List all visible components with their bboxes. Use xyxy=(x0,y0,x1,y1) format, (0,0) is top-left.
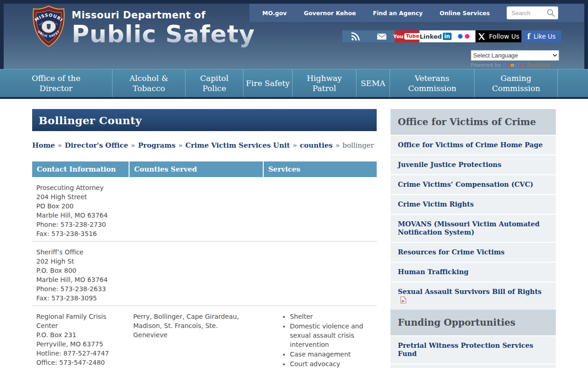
site-header: MISSOURI DEPARTMENT OF PUBLIC SAFETY Mis… xyxy=(0,0,588,99)
services-cell xyxy=(263,177,377,242)
column-header-services: Services xyxy=(263,161,377,177)
nav-item-gaming-commission[interactable]: Gaming Commission xyxy=(475,69,558,97)
x-follow-link[interactable]: Follow Us xyxy=(475,30,521,42)
site-logo[interactable]: Missouri Department of Public Safety xyxy=(72,10,255,47)
nav-item-label: SEMA xyxy=(361,78,385,88)
contact-cell: Prosecuting Attorney 204 High Street PO … xyxy=(32,177,129,242)
service-item: Court advocacy xyxy=(290,359,372,368)
flickr-icon xyxy=(458,34,463,39)
nav-item-alcohol-tobacco[interactable]: Alcohol & Tobacco xyxy=(113,69,186,97)
breadcrumb-link-home[interactable]: Home xyxy=(32,141,55,150)
sidebar-item-juvenile-justice-protections[interactable]: Juvenile Justice Protections xyxy=(390,155,556,174)
x-follow-label: Follow Us xyxy=(489,33,520,40)
service-item: Domestic violence and sexual assault cri… xyxy=(290,322,372,349)
contact-line: Regional Family Crisis Center xyxy=(36,312,124,330)
contact-line: PO Box 200 xyxy=(36,201,124,211)
logo-site-name: Public Safety xyxy=(72,21,255,47)
breadcrumb: Home»Director's Office»Programs»Crime Vi… xyxy=(32,141,377,150)
table-row: Sheriff’s Office 202 High St P.O. Box 80… xyxy=(32,242,377,306)
flickr-link[interactable] xyxy=(452,30,475,42)
breadcrumb-separator: » xyxy=(293,141,297,150)
facebook-like-link[interactable]: f Like Us xyxy=(521,30,561,42)
nav-item-capitol-police[interactable]: Capitol Police xyxy=(186,69,243,97)
table-row: Regional Family Crisis Center P.O. Box 2… xyxy=(32,306,377,368)
flickr-icon-pink xyxy=(465,34,469,39)
service-item: Shelter xyxy=(290,312,372,321)
breadcrumb-separator: » xyxy=(58,141,62,150)
sidebar-item-pretrial-witness-protection-fund[interactable]: Pretrial Witness Protection Services Fun… xyxy=(390,336,556,363)
breadcrumb-link-directors-office[interactable]: Director's Office xyxy=(65,141,128,150)
nav-filler xyxy=(558,69,588,97)
counties-cell: Perry, Bollinger, Cape Girardeau, Madiso… xyxy=(129,306,263,368)
sidebar-item-movans[interactable]: MOVANS (Missouri Victim Automated Notifi… xyxy=(390,215,556,242)
sidebar-item-human-trafficking[interactable]: Human Trafficking xyxy=(390,263,556,282)
header-banner: MISSOURI DEPARTMENT OF PUBLIC SAFETY Mis… xyxy=(4,4,584,69)
contact-line: 202 High St xyxy=(36,257,124,266)
nav-item-sema[interactable]: SEMA xyxy=(356,69,390,97)
table-row: Prosecuting Attorney 204 High Street PO … xyxy=(32,177,377,242)
quicklink-online-services[interactable]: Online Services xyxy=(440,10,490,17)
sidebar-item-ovc-home-page[interactable]: Office for Victims of Crime Home Page xyxy=(390,136,556,155)
dps-badge-logo[interactable]: MISSOURI DEPARTMENT OF PUBLIC SAFETY xyxy=(30,5,67,47)
quicklink-governor[interactable]: Governor Kehoe xyxy=(304,10,356,17)
table-header-row: Contact Information Counties Served Serv… xyxy=(32,161,377,177)
column-header-contact-information: Contact Information xyxy=(32,161,129,177)
contact-cell: Sheriff’s Office 202 High St P.O. Box 80… xyxy=(32,242,129,306)
breadcrumb-current: bollinger xyxy=(343,141,374,150)
facebook-like-label: Like Us xyxy=(533,33,555,40)
rss-link[interactable] xyxy=(342,30,368,42)
services-cell: Shelter Domestic violence and sexual ass… xyxy=(263,306,377,368)
youtube-wordmark: You xyxy=(393,34,403,40)
google-translate-credit: Powered by Google Translate xyxy=(471,62,559,68)
social-links: You Tube Linked in Follow Us f Like Us xyxy=(342,30,561,42)
breadcrumb-link-crime-victim-services-unit[interactable]: Crime Victim Services Unit xyxy=(185,141,290,150)
page-title: Bollinger County xyxy=(39,114,141,126)
sidebar-item-sasp[interactable]: SASP (Sexual Assault Services Program) xyxy=(390,364,556,368)
contact-line: P.O. Box 231 xyxy=(36,330,124,339)
contact-line: 204 High Street xyxy=(36,192,124,201)
search-box xyxy=(507,6,558,19)
contact-line: Marble Hill, MO 63764 xyxy=(36,211,124,220)
sidebar-item-resources-for-crime-victims[interactable]: Resources for Crime Victims xyxy=(390,243,556,262)
quicklink-find-agency[interactable]: Find an Agency xyxy=(373,10,423,17)
translate-label: Translate xyxy=(527,62,551,68)
email-link[interactable] xyxy=(368,30,395,42)
breadcrumb-separator: » xyxy=(335,141,339,150)
contact-line: Fax: 573-238-3516 xyxy=(36,229,124,238)
youtube-link[interactable]: You Tube xyxy=(395,30,419,42)
language-select[interactable]: Select Language xyxy=(471,50,559,61)
nav-item-veterans-commission[interactable]: Veterans Commission xyxy=(390,69,475,97)
sidebar-item-sexual-assault-survivors-bill-of-rights[interactable]: Sexual Assault Survivors Bill of Rights xyxy=(390,282,556,310)
page-content: Bollinger County Home»Director's Office»… xyxy=(0,99,588,368)
contact-line: P.O. Box 800 xyxy=(36,266,124,275)
email-icon xyxy=(377,32,387,40)
contact-line: Perryville, MO 63775 xyxy=(36,339,124,349)
search-icon[interactable] xyxy=(546,8,555,17)
contact-line: Sheriff’s Office xyxy=(36,247,124,257)
sidebar-item-crime-victim-rights[interactable]: Crime Victim Rights xyxy=(390,195,556,214)
nav-item-office-of-the-director[interactable]: Office of the Director xyxy=(0,69,113,97)
column-header-counties-served: Counties Served xyxy=(129,161,263,177)
pdf-icon xyxy=(400,296,407,304)
nav-item-fire-safety[interactable]: Fire Safety xyxy=(243,69,293,97)
quicklink-mogov[interactable]: MO.gov xyxy=(262,10,287,17)
counties-cell xyxy=(129,177,263,242)
nav-item-label: Capitol Police xyxy=(191,73,238,93)
language-area: Select Language Powered by Google Transl… xyxy=(471,50,559,68)
powered-by-label: Powered by xyxy=(471,62,501,68)
contact-line: Phone: 573-238-2633 xyxy=(36,284,124,293)
service-item: Case management xyxy=(290,350,372,359)
google-logo-letter: e xyxy=(520,62,523,68)
breadcrumb-link-programs[interactable]: Programs xyxy=(138,141,175,150)
linkedin-link[interactable]: Linked in xyxy=(419,30,452,42)
breadcrumb-link-counties[interactable]: counties xyxy=(300,141,333,150)
linkedin-in-icon: in xyxy=(443,33,452,40)
nav-item-highway-patrol[interactable]: Highway Patrol xyxy=(293,69,356,97)
breadcrumb-separator: » xyxy=(178,141,182,150)
main-nav: Office of the Director Alcohol & Tobacco… xyxy=(0,69,588,97)
contact-line: Office: 573-547-2480 xyxy=(36,358,124,367)
google-logo-letter: G xyxy=(503,62,507,68)
contact-line: Phone: 573-238-2730 xyxy=(36,220,124,229)
sidebar-item-crime-victims-compensation[interactable]: Crime Victims’ Compensation (CVC) xyxy=(390,175,556,194)
main-column: Bollinger County Home»Director's Office»… xyxy=(32,109,377,368)
